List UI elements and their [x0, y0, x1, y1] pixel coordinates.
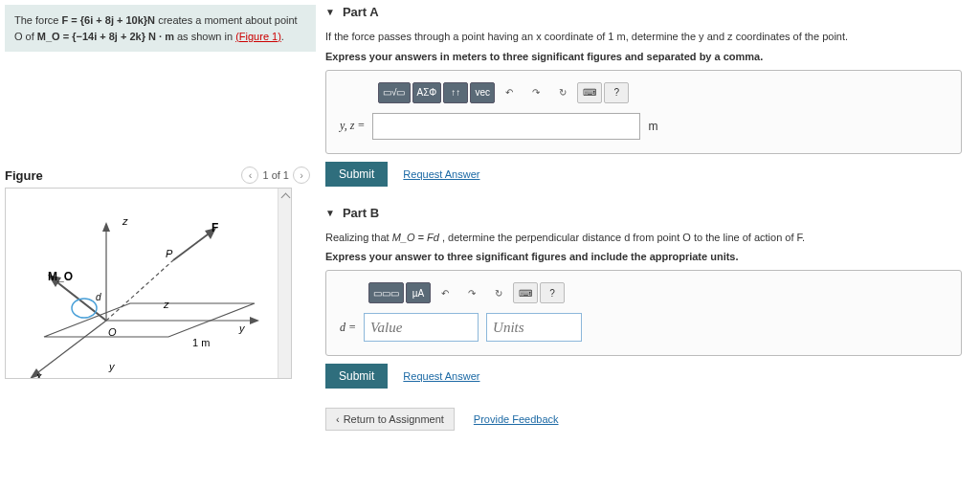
part-a-desc: If the force passes through a point havi…: [325, 29, 962, 45]
part-b-instruction: Express your answer to three significant…: [325, 251, 962, 262]
problem-text-pre: The force: [14, 14, 62, 26]
redo-button-b[interactable]: ↷: [459, 282, 484, 303]
axis-y-label2: y: [108, 361, 116, 372]
part-b-desc-post: , determine the perpendicular distance d…: [442, 232, 805, 243]
part-b-answer-panel: ▭▭▭ µA ↶ ↷ ↻ ⌨ ? d =: [325, 270, 962, 356]
part-a-answer-label: y, z =: [340, 119, 365, 133]
undo-button[interactable]: ↶: [497, 82, 522, 103]
axis-x-label: x: [35, 370, 42, 379]
figure-title: Figure: [5, 168, 43, 183]
point-p-label: P: [166, 248, 173, 259]
subsup-button[interactable]: ↑↑: [443, 82, 468, 103]
part-a-instruction: Express your answers in meters to three …: [325, 51, 962, 62]
return-to-assignment-button[interactable]: ‹ Return to Assignment: [325, 408, 455, 431]
moment-label: M_O: [48, 270, 73, 283]
part-b-submit-button[interactable]: Submit: [325, 364, 388, 389]
chevron-left-icon: ‹: [336, 413, 340, 425]
pager-count: 1 of 1: [262, 169, 289, 181]
part-a-answer-panel: ▭√▭ ΑΣΦ ↑↑ vec ↶ ↷ ↻ ⌨ ? y, z = m: [325, 70, 962, 154]
figure-link[interactable]: (Figure 1): [235, 31, 281, 42]
part-b-units-input[interactable]: [486, 313, 582, 342]
part-b-title: Part B: [343, 206, 379, 220]
svg-point-12: [72, 299, 97, 318]
force-f-label: F: [212, 221, 218, 234]
distance-d-label: d: [96, 292, 101, 302]
return-label: Return to Assignment: [344, 413, 444, 425]
svg-marker-2: [102, 222, 110, 232]
part-a-unit: m: [648, 120, 657, 133]
part-a-submit-button[interactable]: Submit: [325, 162, 388, 187]
svg-marker-4: [250, 317, 259, 324]
part-b-answer-label: d =: [340, 321, 356, 335]
help-button[interactable]: ?: [604, 82, 629, 103]
caret-icon: ▼: [325, 7, 335, 17]
greek-button[interactable]: ΑΣΦ: [412, 82, 442, 103]
axis-z-label: z: [122, 215, 128, 227]
part-b-desc-expr: M_O = Fd: [392, 232, 439, 243]
problem-text-end: .: [281, 31, 284, 42]
keyboard-button[interactable]: ⌨: [577, 82, 602, 103]
part-b-value-input[interactable]: [364, 313, 479, 342]
part-a-toolbar: ▭√▭ ΑΣΦ ↑↑ vec ↶ ↷ ↻ ⌨ ?: [378, 82, 947, 103]
force-expression: F = {6i + 8j + 10k}N: [62, 14, 156, 26]
moment-expression: M_O = {−14i + 8j + 2k} N · m: [37, 31, 174, 42]
part-a-header[interactable]: ▼ Part A: [325, 5, 962, 19]
figure-pager: ‹ 1 of 1 ›: [241, 167, 310, 184]
part-a-title: Part A: [343, 5, 379, 19]
part-b-header[interactable]: ▼ Part B: [325, 206, 962, 220]
part-b-desc-pre: Realizing that: [325, 232, 392, 243]
part-b-request-answer-link[interactable]: Request Answer: [403, 370, 479, 382]
keyboard-button-b[interactable]: ⌨: [513, 282, 538, 303]
reset-button[interactable]: ↻: [550, 82, 575, 103]
units-button[interactable]: µA: [406, 282, 431, 303]
part-b-desc: Realizing that M_O = Fd , determine the …: [325, 230, 962, 246]
problem-text-post: as shown in: [177, 31, 235, 42]
part-b-toolbar: ▭▭▭ µA ↶ ↷ ↻ ⌨ ?: [368, 282, 947, 303]
figure-scrollbar[interactable]: [278, 189, 291, 378]
axis-y-label: y: [238, 322, 246, 334]
provide-feedback-link[interactable]: Provide Feedback: [474, 413, 559, 425]
undo-button-b[interactable]: ↶: [433, 282, 457, 303]
part-a-request-answer-link[interactable]: Request Answer: [403, 168, 479, 180]
svg-line-5: [34, 321, 106, 375]
axis-z-label2: z: [163, 299, 169, 310]
help-button-b[interactable]: ?: [540, 282, 565, 303]
svg-line-8: [173, 232, 212, 260]
problem-statement: The force F = {6i + 8j + 10k}N creates a…: [5, 5, 316, 52]
figure-diagram: z y x P F O d M_O 1 m y z: [6, 189, 279, 379]
caret-icon: ▼: [325, 208, 335, 218]
reset-button-b[interactable]: ↻: [486, 282, 511, 303]
figure-panel: z y x P F O d M_O 1 m y z: [5, 188, 292, 379]
template-button[interactable]: ▭√▭: [378, 82, 411, 103]
units-template-button[interactable]: ▭▭▭: [368, 282, 404, 303]
pager-prev-button[interactable]: ‹: [241, 167, 258, 184]
redo-button[interactable]: ↷: [523, 82, 548, 103]
length-label: 1 m: [192, 337, 210, 348]
part-a-answer-input[interactable]: [372, 113, 640, 140]
svg-line-7: [106, 260, 173, 321]
vec-button[interactable]: vec: [470, 82, 495, 103]
origin-o-label: O: [108, 326, 117, 338]
pager-next-button[interactable]: ›: [293, 167, 310, 184]
